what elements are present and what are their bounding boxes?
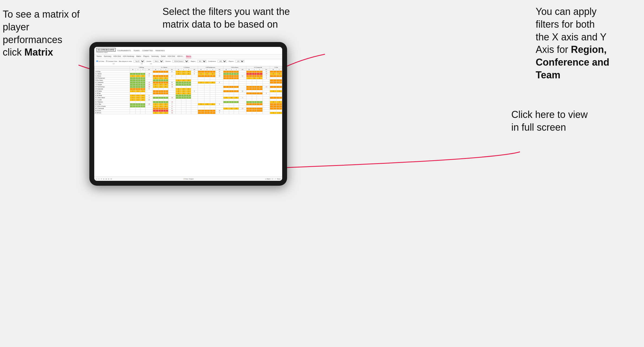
- matrix-cell: [210, 79, 216, 82]
- matrix-cell: 11: [239, 75, 246, 77]
- matrix-cell: 0: [257, 71, 263, 73]
- matrix-cell: 1: [229, 90, 234, 92]
- matrix-cell: [191, 112, 198, 114]
- matrix-cell: 2: [130, 103, 136, 105]
- zoom-out[interactable]: ⊟: [108, 178, 109, 180]
- tab-teams[interactable]: Teams: [96, 55, 102, 58]
- redo-icon[interactable]: ↪: [98, 178, 99, 180]
- share-button[interactable]: Share: [277, 178, 281, 180]
- tab-h2h-heatmap[interactable]: H2H Heatmap: [123, 55, 134, 58]
- settings-icon[interactable]: ⚙: [110, 178, 112, 180]
- matrix-cell: 0: [141, 95, 145, 97]
- matrix-cell: -13: [262, 86, 270, 88]
- matrix-cell: [257, 79, 263, 82]
- pointer-icon[interactable]: ⊕: [103, 178, 104, 180]
- player-name-cell: 8. P Summerhays: [95, 86, 130, 88]
- full-view-radio[interactable]: Full View: [96, 60, 104, 62]
- matrix-cell: 3: [277, 97, 282, 99]
- matrix-cell: 0: [234, 97, 239, 99]
- matrix-cell: [277, 77, 282, 79]
- nav-teams[interactable]: TEAMS: [134, 50, 139, 52]
- conference-select[interactable]: (All): [217, 60, 227, 63]
- matrix-cell: 0: [163, 108, 168, 110]
- matrix-cell: [210, 97, 216, 99]
- matrix-container[interactable]: 1. W Ding 2. L Clanton 3. J Koivun 4. M …: [94, 66, 282, 174]
- table-row: 11. M Ege0100000104: [95, 92, 282, 95]
- matrix-cell: [141, 101, 145, 103]
- matrix-cell: 1: [141, 90, 145, 92]
- gender-select[interactable]: Men's: [153, 60, 164, 63]
- share-icon[interactable]: ↗: [275, 178, 276, 180]
- view-icon: 📋: [183, 178, 185, 180]
- matrix-cell: [158, 73, 163, 75]
- tab-matrix-left[interactable]: Matrix: [136, 55, 141, 58]
- region-select[interactable]: N/A: [197, 60, 207, 63]
- ann-right-l6: Team: [536, 69, 560, 81]
- col-header-1: 1. W Ding: [130, 66, 153, 69]
- ann-right-l4: Axis for: [536, 44, 571, 55]
- undo-icon[interactable]: ↩: [96, 178, 97, 180]
- tab-h2h-h[interactable]: H2H H...: [177, 55, 184, 58]
- screen-button[interactable]: ⛶: [272, 178, 273, 180]
- tab-h2h-grid2[interactable]: H2H Grid: [168, 55, 175, 58]
- tab-detail[interactable]: Detail: [161, 55, 165, 58]
- ann-left-line1: To see a matrix of: [3, 9, 80, 20]
- ann-left-bold: Matrix: [24, 47, 53, 58]
- matrix-cell: 1: [175, 82, 181, 84]
- table-row: 16. K Vilips210-252204330805001: [95, 103, 282, 105]
- matrix-cell: 2: [270, 73, 277, 75]
- matrix-cell: 0: [234, 86, 239, 88]
- matrix-cell: 1: [252, 86, 257, 88]
- matrix-cell: [216, 88, 223, 90]
- matrix-cell: [229, 112, 234, 114]
- matrix-cell: 0: [186, 79, 191, 82]
- max-players-select[interactable]: Top 25: [134, 60, 145, 63]
- nav-tournaments[interactable]: TOURNAMENTS: [117, 50, 131, 52]
- matrix-cell: 11: [239, 90, 246, 92]
- matrix-cell: [191, 88, 198, 90]
- matrix-cell: [234, 103, 239, 105]
- reset-icon[interactable]: ↺: [101, 178, 102, 180]
- tab-players[interactable]: Players: [143, 55, 149, 58]
- matrix-cell: [229, 95, 234, 97]
- toolbar-left: ↩ ↪ ↺ ⊕ ⊞ ⊟ ⚙: [96, 178, 112, 180]
- matrix-cell: 1: [136, 73, 141, 75]
- matrix-cell: [191, 95, 198, 97]
- tab-summary2[interactable]: Summary: [151, 55, 159, 58]
- matrix-cell: 0: [246, 71, 252, 73]
- matrix-cell: [223, 103, 229, 105]
- matrix-cell: 1: [158, 75, 163, 77]
- nav-rankings[interactable]: RANKINGS: [155, 50, 165, 52]
- compact-view-radio[interactable]: Compact View: [106, 60, 117, 62]
- matrix-cell: 0: [246, 110, 252, 112]
- matrix-cell: [234, 79, 239, 82]
- matrix-cell: [277, 99, 282, 101]
- matrix-cell: [136, 108, 141, 110]
- matrix-cell: 2: [158, 71, 163, 73]
- nav-committee[interactable]: COMMITTEE: [142, 50, 153, 52]
- division-select[interactable]: NCAA Division I: [172, 60, 189, 63]
- tab-h2h-grid[interactable]: H2H Grid: [113, 55, 121, 58]
- matrix-cell: [186, 77, 191, 79]
- players-select[interactable]: (All): [235, 60, 245, 63]
- tab-summary[interactable]: Summary: [104, 55, 111, 58]
- col-header-7: 7. G Sa: [270, 66, 282, 69]
- matrix-cell: [262, 97, 270, 99]
- matrix-cell: [210, 99, 216, 101]
- zoom-in[interactable]: ⊞: [106, 178, 107, 180]
- matrix-cell: [262, 90, 270, 92]
- matrix-cell: [198, 86, 204, 88]
- player-name-cell: 12. M Riedel: [95, 95, 130, 97]
- matrix-cell: [229, 82, 234, 84]
- tab-matrix-active[interactable]: Matrix: [186, 55, 191, 58]
- col-header-4: 4. M Thorbjornsen: [198, 66, 223, 69]
- matrix-cell: [262, 112, 270, 114]
- watch-button[interactable]: ⊙ Watch: [265, 178, 270, 180]
- matrix-cell: 1: [136, 90, 141, 92]
- matrix-cell: [168, 99, 175, 101]
- matrix-cell: 1: [175, 73, 181, 75]
- view-original[interactable]: 📋 View: Original: [183, 178, 194, 180]
- matrix-cell: 2: [145, 75, 153, 77]
- player-name-cell: 9. N Gabrielcik: [95, 88, 130, 90]
- matrix-cell: 3: [158, 108, 163, 110]
